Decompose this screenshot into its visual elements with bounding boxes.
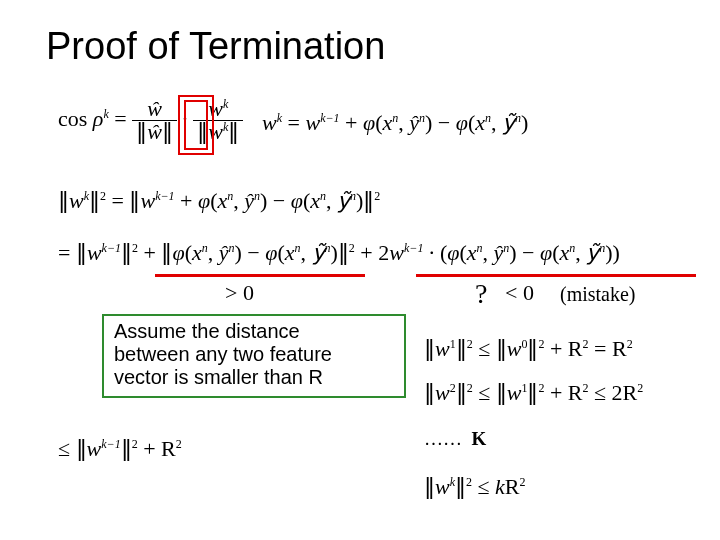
eq-leq-bound: ≤ ‖wk−1‖2 + R2 <box>58 436 182 462</box>
inequality-step-2: ‖w2‖2 ≤ ‖w1‖2 + R2 ≤ 2R2 <box>424 380 643 406</box>
slide: Proof of Termination cos ρk = ŵ‖ŵ‖ · wk‖… <box>0 0 720 540</box>
eq-norm-expansion-2: = ‖wk−1‖2 + ‖φ(xn, ŷn) − φ(xn, ỹn)‖2 + 2… <box>58 240 620 266</box>
annotation-question-mark: ? <box>475 278 487 310</box>
assumption-line-2: between any two feature <box>114 343 332 365</box>
underline-term-2 <box>416 274 696 277</box>
ellipsis-k: …… K <box>424 428 486 450</box>
assumption-line-1: Assume the distance <box>114 320 300 342</box>
inequality-step-k: ‖wk‖2 ≤ kR2 <box>424 474 526 500</box>
slide-title: Proof of Termination <box>46 25 385 68</box>
annotation-lt-zero: < 0 <box>505 280 534 306</box>
eq-norm-expansion-1: ‖wk‖2 = ‖wk−1 + φ(xn, ŷn) − φ(xn, ỹn)‖2 <box>58 188 380 214</box>
assumption-box: Assume the distance between any two feat… <box>102 314 406 398</box>
eq-cos-rho: cos ρk = ŵ‖ŵ‖ · wk‖wk‖ <box>58 98 243 144</box>
assumption-line-3: vector is smaller than R <box>114 366 323 388</box>
inequality-step-1: ‖w1‖2 ≤ ‖w0‖2 + R2 = R2 <box>424 336 633 362</box>
annotation-mistake: (mistake) <box>560 283 636 306</box>
highlight-box-inner <box>184 100 208 150</box>
underline-term-1 <box>155 274 365 277</box>
eq-w-update: wk = wk−1 + φ(xn, ŷn) − φ(xn, ỹn) <box>262 110 528 136</box>
annotation-gt-zero: > 0 <box>225 280 254 306</box>
